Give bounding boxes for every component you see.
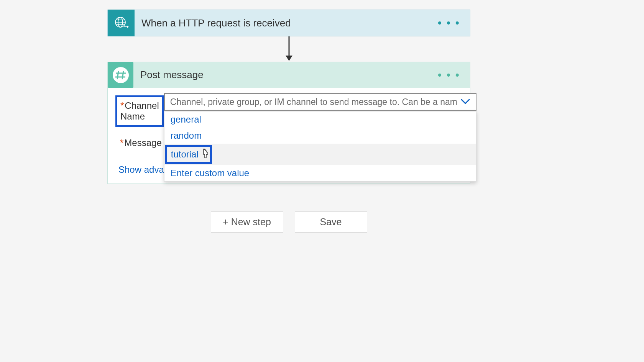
flow-container: When a HTTP request is received • • • Po… xyxy=(107,10,470,233)
tutorial-option-highlight: tutorial xyxy=(165,145,212,164)
save-button[interactable]: Save xyxy=(295,211,367,233)
svg-marker-6 xyxy=(127,26,129,28)
dropdown-option-general[interactable]: general xyxy=(164,111,476,128)
channel-name-label: Channel Name xyxy=(120,100,159,121)
action-body: *Channel Name Channel, private group, or… xyxy=(108,88,470,183)
dropdown-option-random[interactable]: random xyxy=(164,128,476,144)
channel-name-dropdown[interactable]: Channel, private group, or IM channel to… xyxy=(164,93,476,111)
flow-arrow-connector xyxy=(107,36,470,62)
new-step-button[interactable]: + New step xyxy=(211,211,283,233)
action-title: Post message xyxy=(140,69,470,81)
channel-dropdown-list: general random tutorial Enter custom val… xyxy=(164,111,476,182)
action-menu-button[interactable]: • • • xyxy=(438,73,460,77)
required-asterisk: * xyxy=(120,100,124,111)
action-header[interactable]: Post message • • • xyxy=(108,62,470,88)
required-asterisk: * xyxy=(120,138,123,148)
channel-name-row: *Channel Name Channel, private group, or… xyxy=(115,93,462,127)
trigger-card[interactable]: When a HTTP request is received • • • xyxy=(107,10,470,36)
channel-name-label-area: *Channel Name xyxy=(115,93,164,127)
channel-name-label-highlight: *Channel Name xyxy=(115,95,164,127)
dropdown-option-tutorial[interactable]: tutorial xyxy=(164,144,476,165)
slack-channel-icon xyxy=(108,62,133,88)
http-request-icon xyxy=(108,10,135,36)
trigger-title: When a HTTP request is received xyxy=(141,17,470,29)
channel-name-input[interactable]: Channel, private group, or IM channel to… xyxy=(164,93,476,111)
action-card: Post message • • • *Channel Name Channel… xyxy=(107,62,470,184)
chevron-down-icon xyxy=(460,98,470,106)
svg-point-9 xyxy=(113,67,129,83)
dropdown-option-custom[interactable]: Enter custom value xyxy=(164,165,476,181)
trigger-menu-button[interactable]: • • • xyxy=(438,21,460,25)
channel-name-placeholder: Channel, private group, or IM channel to… xyxy=(170,97,457,107)
svg-marker-8 xyxy=(286,56,292,61)
flow-footer-buttons: + New step Save xyxy=(107,211,470,233)
